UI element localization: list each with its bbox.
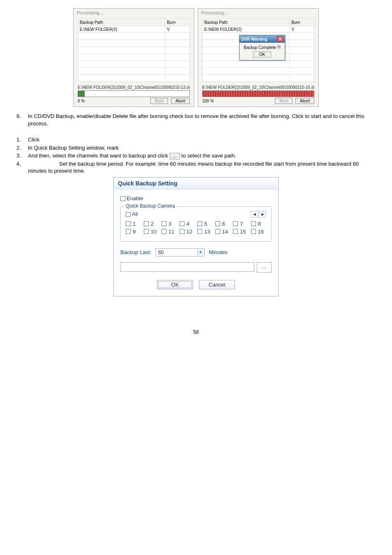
col-burn: Burn	[290, 19, 314, 26]
browse-button[interactable]: …	[257, 262, 272, 273]
list-num-4: 4.	[16, 160, 28, 175]
instruction-4: Set the backup time period. For example:…	[28, 160, 376, 175]
browse-inline-button[interactable]: …	[170, 153, 180, 160]
list-num-1: 1.	[16, 136, 28, 143]
channel-checkbox-4[interactable]: 4	[180, 221, 195, 227]
checkbox-icon	[144, 229, 149, 234]
channel-checkbox-2[interactable]: 2	[144, 221, 159, 227]
abort-button[interactable]: Abort	[295, 98, 314, 104]
quick-backup-setting-dialog: Quick Backup Setting Enable Quick Backup…	[113, 177, 279, 296]
list-num-2: 2.	[16, 144, 28, 152]
checkbox-icon	[197, 221, 202, 226]
page-number: 58	[16, 329, 376, 335]
cell-path: E:\NEW FOLDER(2)	[78, 26, 165, 33]
backup-minutes-select[interactable]: 60 ▼	[155, 248, 205, 257]
checkbox-icon	[215, 221, 220, 226]
backup-last-label: Backup Last:	[120, 249, 151, 255]
channel-checkbox-12[interactable]: 12	[180, 229, 195, 235]
channel-checkbox-8[interactable]: 8	[251, 221, 267, 227]
group-legend: Quick Backup Camera	[124, 203, 177, 209]
dvr-warning-dialog: DVR Warning ✕ Backup Complete !!! OK	[239, 35, 285, 60]
checkbox-icon	[251, 221, 256, 226]
checkbox-icon	[126, 221, 131, 226]
current-file-right: E:\NEW FOLDER(2)\2009_02_10\Channel05\20…	[202, 85, 314, 90]
channel-checkbox-11[interactable]: 11	[161, 229, 177, 235]
burn-button[interactable]: Burn	[275, 98, 293, 104]
instruction-2: In Quick Backup Setting window, mark	[28, 144, 376, 152]
checkbox-icon	[180, 221, 184, 226]
channel-checkbox-3[interactable]: 3	[161, 221, 177, 227]
col-burn: Burn	[165, 19, 190, 26]
dvr-warning-ok[interactable]: OK	[253, 51, 271, 58]
processing-title-left: Processing…	[74, 9, 194, 16]
instruction-3: And then, select the channels that want …	[28, 152, 376, 160]
list-num-9: 9.	[16, 113, 28, 127]
channel-checkbox-7[interactable]: 7	[233, 221, 249, 227]
save-path-input[interactable]	[120, 262, 254, 272]
all-checkbox[interactable]: All	[126, 211, 138, 217]
checkbox-icon	[251, 229, 256, 234]
checkbox-icon	[197, 229, 202, 234]
channel-checkbox-9[interactable]: 9	[126, 229, 141, 235]
col-backup-path: Backup Path	[203, 19, 290, 26]
checkbox-icon	[161, 221, 166, 226]
next-arrow-icon[interactable]: ▶	[259, 211, 266, 217]
channel-checkbox-10[interactable]: 10	[144, 229, 159, 235]
burn-button[interactable]: Burn	[150, 98, 168, 104]
pct-left: 6 %	[78, 99, 85, 103]
cell-burn: V	[290, 26, 314, 33]
channel-checkbox-16[interactable]: 16	[251, 229, 267, 235]
channel-checkbox-5[interactable]: 5	[197, 221, 213, 227]
pct-right: 100 %	[202, 99, 214, 103]
checkbox-icon	[180, 229, 184, 234]
qbs-title: Quick Backup Setting	[114, 178, 278, 190]
checkbox-icon	[233, 221, 238, 226]
progress-right	[202, 90, 314, 97]
col-backup-path: Backup Path	[78, 19, 165, 26]
prev-arrow-icon[interactable]: ◀	[251, 211, 258, 217]
instruction-1: Click	[28, 136, 376, 143]
ok-button[interactable]: OK	[157, 280, 193, 289]
progress-left	[78, 90, 190, 97]
channel-checkbox-6[interactable]: 6	[215, 221, 231, 227]
cell-path: E:\NEW FOLDER(2)	[203, 26, 290, 33]
chevron-down-icon: ▼	[197, 250, 203, 255]
instruction-9: In CD/DVD Backup, enable/disable Delete …	[28, 113, 376, 127]
channel-checkbox-15[interactable]: 15	[233, 229, 249, 235]
checkbox-icon	[126, 229, 131, 234]
processing-title-right: Processing…	[198, 9, 318, 16]
cell-burn: V	[165, 26, 190, 33]
checkbox-icon	[161, 229, 166, 234]
close-icon[interactable]: ✕	[277, 36, 283, 42]
current-file-left: E:\NEW FOLDER(2)\2009_02_10\Channel01\20…	[78, 85, 190, 90]
cancel-button[interactable]: Cancel	[199, 280, 235, 289]
dvr-warning-title: DVR Warning	[241, 37, 267, 42]
enable-checkbox[interactable]: Enable	[120, 195, 272, 201]
checkbox-icon	[144, 221, 149, 226]
backup-table-left: Backup Path Burn E:\NEW FOLDER(2) V	[78, 18, 190, 82]
checkbox-icon	[233, 229, 238, 234]
dvr-warning-msg: Backup Complete !!!	[242, 45, 282, 50]
checkbox-icon	[215, 229, 220, 234]
channel-checkbox-14[interactable]: 14	[215, 229, 231, 235]
minutes-label: Minutes	[209, 249, 228, 255]
checkbox-icon	[126, 212, 131, 217]
abort-button[interactable]: Abort	[171, 98, 190, 104]
channel-checkbox-1[interactable]: 1	[126, 221, 141, 227]
checkbox-icon	[120, 196, 125, 201]
list-num-3: 3.	[16, 152, 28, 160]
channel-checkbox-13[interactable]: 13	[197, 229, 213, 235]
